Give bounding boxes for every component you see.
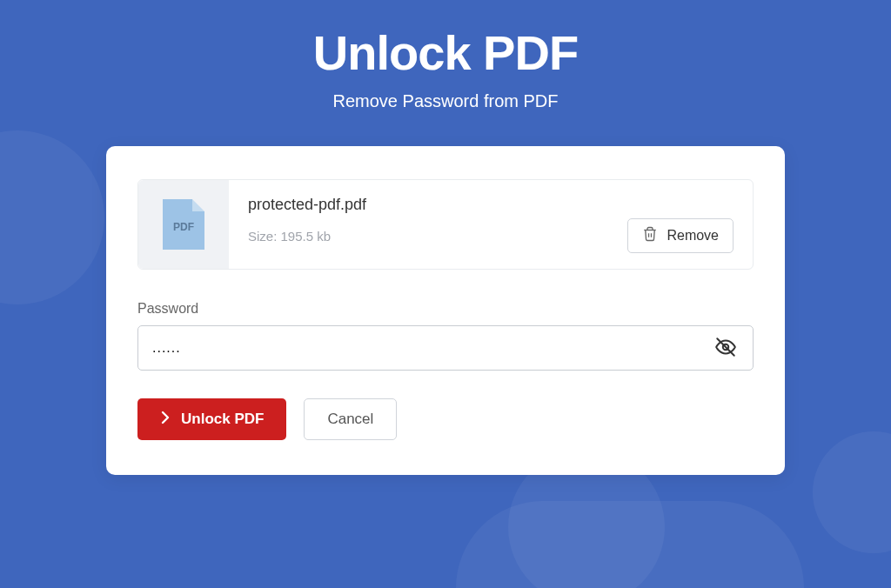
page-title: Unlock PDF <box>0 24 891 81</box>
toggle-password-visibility-button[interactable] <box>699 326 753 370</box>
file-name: protected-pdf.pdf <box>248 196 734 214</box>
cancel-button[interactable]: Cancel <box>304 398 397 440</box>
file-icon-box: PDF <box>138 180 229 269</box>
unlock-button[interactable]: Unlock PDF <box>137 398 286 440</box>
file-info: protected-pdf.pdf Size: 195.5 kb Remove <box>229 180 753 269</box>
password-input-wrap <box>137 325 754 371</box>
decorative-cloud <box>456 501 804 588</box>
file-size: Size: 195.5 kb <box>248 229 331 244</box>
password-input[interactable] <box>138 326 699 370</box>
unlock-button-label: Unlock PDF <box>181 411 264 428</box>
trash-icon <box>642 226 658 245</box>
actions-row: Unlock PDF Cancel <box>137 398 754 440</box>
cancel-button-label: Cancel <box>327 411 373 427</box>
page-header: Unlock PDF Remove Password from PDF <box>0 0 891 111</box>
password-section: Password <box>137 301 754 371</box>
remove-button[interactable]: Remove <box>627 218 734 253</box>
password-label: Password <box>137 301 754 317</box>
decorative-cloud <box>0 130 104 304</box>
remove-button-label: Remove <box>667 228 719 244</box>
main-card: PDF protected-pdf.pdf Size: 195.5 kb <box>106 146 785 475</box>
eye-off-icon <box>714 336 737 361</box>
chevron-right-icon <box>160 411 171 429</box>
page-subtitle: Remove Password from PDF <box>0 91 891 111</box>
decorative-cloud <box>813 431 891 553</box>
file-meta-row: Size: 195.5 kb Remove <box>248 218 734 253</box>
file-row: PDF protected-pdf.pdf Size: 195.5 kb <box>137 179 754 270</box>
pdf-file-icon: PDF <box>163 199 204 250</box>
pdf-icon-label: PDF <box>173 221 194 233</box>
